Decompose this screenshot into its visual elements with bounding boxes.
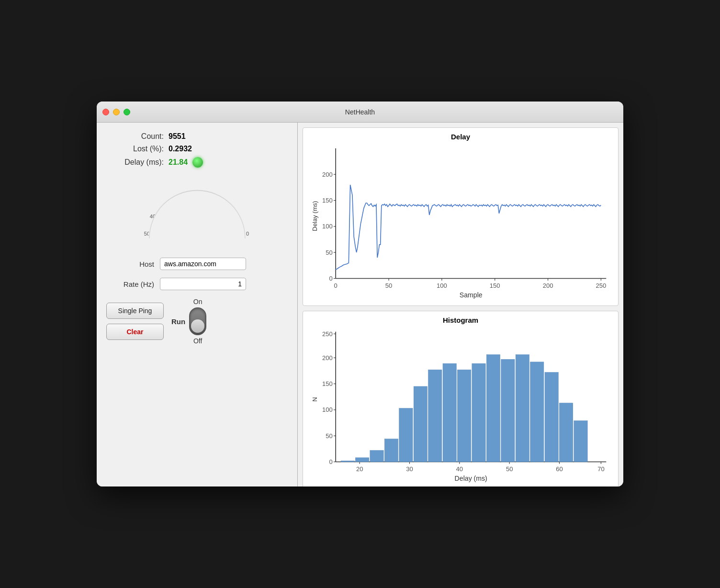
svg-text:50: 50 <box>326 249 333 256</box>
close-button[interactable] <box>102 109 109 115</box>
delay-value: 21.84 <box>169 158 188 167</box>
svg-text:50: 50 <box>385 282 393 289</box>
lost-row: Lost (%): 0.2932 <box>106 145 288 153</box>
svg-rect-87 <box>370 451 383 462</box>
off-label: Off <box>193 337 202 345</box>
svg-text:150: 150 <box>322 197 333 204</box>
svg-text:0: 0 <box>329 458 332 465</box>
histogram-chart-title: Histogram <box>308 316 613 324</box>
svg-text:30: 30 <box>406 465 413 473</box>
svg-text:150: 150 <box>322 380 333 387</box>
count-row: Count: 9551 <box>106 132 288 141</box>
host-label: Host <box>106 260 154 268</box>
svg-text:50: 50 <box>326 432 333 440</box>
rate-row: Rate (Hz) <box>106 278 288 290</box>
svg-text:200: 200 <box>322 354 333 362</box>
svg-rect-89 <box>399 408 413 462</box>
svg-text:200: 200 <box>543 282 553 289</box>
clear-button[interactable]: Clear <box>106 324 164 340</box>
histogram-chart-container: Histogram 0 50 100 150 200 <box>303 311 619 486</box>
delay-row: Delay (ms): 21.84 <box>106 157 288 168</box>
svg-text:Delay (ms): Delay (ms) <box>455 475 487 482</box>
svg-rect-94 <box>472 363 485 462</box>
svg-rect-96 <box>501 359 515 462</box>
svg-rect-90 <box>414 386 427 462</box>
count-value: 9551 <box>169 132 186 141</box>
svg-text:Delay (ms): Delay (ms) <box>311 201 318 231</box>
svg-text:100: 100 <box>437 282 447 289</box>
svg-rect-97 <box>516 355 529 462</box>
svg-text:200: 200 <box>322 171 333 178</box>
svg-text:60: 60 <box>556 465 563 473</box>
traffic-lights <box>102 109 130 115</box>
svg-rect-88 <box>384 439 398 462</box>
svg-text:250: 250 <box>596 282 607 289</box>
svg-text:0: 0 <box>246 231 249 237</box>
lost-label: Lost (%): <box>106 145 164 153</box>
svg-rect-98 <box>530 362 544 462</box>
svg-text:150: 150 <box>490 282 500 289</box>
svg-text:20: 20 <box>356 465 363 473</box>
buttons-row: Single Ping Clear Run On Off <box>106 298 288 345</box>
gauge-svg: 500 400 300 200 100 0 <box>140 181 255 243</box>
svg-rect-99 <box>545 373 558 462</box>
delay-chart-svg: 0 50 100 150 200 0 50 100 150 <box>308 143 613 299</box>
titlebar: NetHealth <box>97 102 623 123</box>
rate-label: Rate (Hz) <box>106 280 154 288</box>
run-label: Run <box>171 317 185 326</box>
button-column: Single Ping Clear <box>106 303 164 340</box>
svg-text:250: 250 <box>322 330 333 338</box>
svg-rect-91 <box>428 370 442 462</box>
delay-chart-container: Delay 0 50 100 150 200 <box>303 127 619 306</box>
left-panel: Count: 9551 Lost (%): 0.2932 Delay (ms):… <box>97 123 298 486</box>
maximize-button[interactable] <box>124 109 130 115</box>
svg-text:0: 0 <box>334 282 338 289</box>
minimize-button[interactable] <box>113 109 120 115</box>
svg-text:100: 100 <box>322 223 333 230</box>
svg-text:40: 40 <box>456 465 463 473</box>
svg-rect-101 <box>574 421 587 462</box>
svg-rect-95 <box>486 355 500 462</box>
svg-rect-93 <box>457 370 471 462</box>
toggle-container: On Off <box>189 298 206 345</box>
svg-text:N: N <box>311 397 318 401</box>
status-led <box>192 157 203 168</box>
window-title: NetHealth <box>345 108 375 116</box>
right-panel: Delay 0 50 100 150 200 <box>298 123 623 486</box>
svg-text:100: 100 <box>322 406 333 413</box>
host-input[interactable] <box>160 258 246 270</box>
controls-section: Host Rate (Hz) Single Ping Clear Run <box>106 258 288 477</box>
toggle-knob <box>191 319 204 333</box>
host-row: Host <box>106 258 288 270</box>
svg-text:70: 70 <box>597 465 605 473</box>
histogram-chart-svg: 0 50 100 150 200 250 20 30 <box>308 327 613 483</box>
delay-chart-title: Delay <box>308 133 613 141</box>
svg-rect-100 <box>559 403 573 462</box>
run-toggle[interactable] <box>189 307 206 335</box>
gauge-container: 500 400 300 200 100 0 <box>106 181 288 243</box>
delay-label: Delay (ms): <box>106 158 164 167</box>
lost-value: 0.2932 <box>169 145 192 153</box>
svg-text:50: 50 <box>506 465 513 473</box>
svg-rect-86 <box>355 458 369 462</box>
svg-text:0: 0 <box>329 275 332 282</box>
svg-rect-85 <box>341 461 354 462</box>
run-control: Run On Off <box>171 298 206 345</box>
main-window: NetHealth Count: 9551 Lost (%): 0.2932 D… <box>97 102 623 486</box>
rate-input[interactable] <box>160 278 246 290</box>
on-label: On <box>193 298 202 305</box>
stats-section: Count: 9551 Lost (%): 0.2932 Delay (ms):… <box>106 132 288 171</box>
svg-rect-92 <box>443 363 456 462</box>
svg-text:Sample: Sample <box>460 291 483 299</box>
single-ping-button[interactable]: Single Ping <box>106 303 164 319</box>
count-label: Count: <box>106 132 164 141</box>
content: Count: 9551 Lost (%): 0.2932 Delay (ms):… <box>97 123 623 486</box>
